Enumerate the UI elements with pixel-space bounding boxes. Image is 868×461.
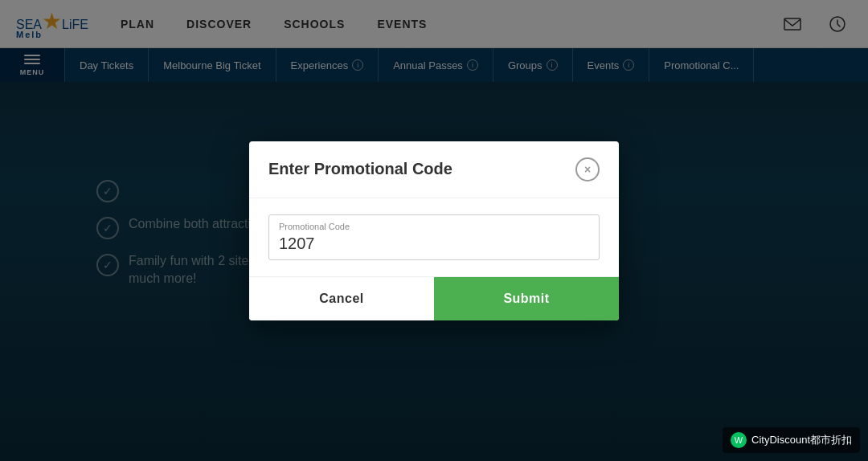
wechat-watermark: W CityDiscount都市折扣 — [723, 427, 860, 453]
modal-header: Enter Promotional Code × — [249, 141, 619, 198]
modal-overlay: Enter Promotional Code × Promotional Cod… — [0, 0, 868, 461]
modal-body: Promotional Code — [249, 198, 619, 276]
modal-close-button[interactable]: × — [575, 157, 600, 182]
wechat-text: CityDiscount都市折扣 — [751, 433, 852, 447]
promo-input-group: Promotional Code — [268, 214, 600, 260]
promo-input-label: Promotional Code — [279, 222, 589, 231]
modal-title: Enter Promotional Code — [268, 160, 452, 178]
submit-button[interactable]: Submit — [434, 277, 619, 320]
wechat-icon: W — [731, 432, 747, 448]
modal-footer: Cancel Submit — [249, 276, 619, 320]
cancel-button[interactable]: Cancel — [249, 277, 434, 320]
promo-code-input[interactable] — [279, 235, 589, 253]
promo-modal: Enter Promotional Code × Promotional Cod… — [249, 141, 619, 320]
